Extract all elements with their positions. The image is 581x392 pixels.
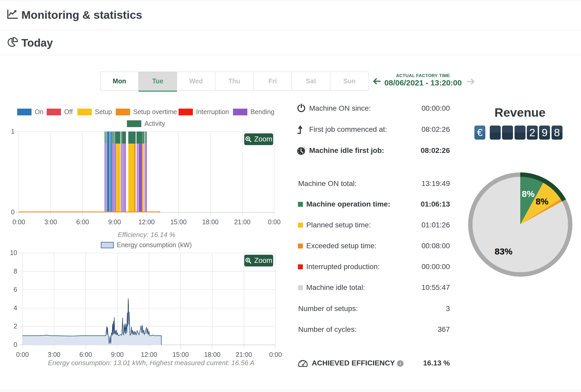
stat-value: 00:08:00	[372, 242, 450, 250]
magnifier-plus-icon	[245, 257, 252, 264]
energy-xtick-1: 3:00	[38, 351, 70, 358]
pie-label-idle: 83%	[495, 246, 512, 256]
revenue-digit-tile-3	[515, 126, 525, 140]
revenue-title: Revenue	[468, 105, 572, 120]
stat-value: 01:01:26	[372, 221, 450, 229]
stat-value: 13:19:49	[372, 179, 450, 188]
idle-clock-icon: zzz	[297, 146, 308, 157]
stat-value: 01:06:13	[372, 200, 450, 208]
revenue-digit-tile-5: 9	[539, 126, 550, 140]
energy-xtick-4: 12:00	[133, 351, 165, 358]
stat-value: 00:00:00	[372, 104, 450, 113]
energy-xtick-8: 0:00	[260, 351, 291, 358]
gauge-icon	[298, 359, 308, 368]
energy-xtick-5: 15:00	[165, 351, 196, 358]
svg-text:z: z	[305, 148, 306, 151]
stat-label: Number of setups:	[298, 304, 358, 313]
energy-xtick-7: 21:00	[228, 351, 260, 358]
time-distribution-pie: 8%8%83%	[468, 172, 572, 278]
stat-square	[298, 285, 303, 290]
energy-ytick-2: 2	[5, 322, 17, 330]
stat-value: 08:02:26	[372, 125, 450, 134]
revenue-digit-tile-4: 2	[527, 126, 538, 140]
energy-ytick-0: 0	[5, 341, 17, 349]
stat-label: Machine ON since:	[309, 104, 371, 113]
next-section-top	[0, 390, 581, 392]
first-job-icon	[297, 125, 305, 135]
revenue-digit-tile-2	[502, 126, 513, 140]
svg-text:z: z	[306, 147, 307, 150]
energy-ytick-10: 10	[5, 249, 17, 257]
stat-label: Exceeded setup time:	[306, 242, 376, 250]
pie-label-setup: 8%	[536, 196, 548, 206]
energy-zoom-button[interactable]: Zoom	[244, 255, 273, 266]
power-icon	[297, 104, 306, 114]
revenue-digit-tile-1	[490, 126, 501, 140]
stat-square	[298, 244, 303, 248]
stat-label: Interrupted production:	[306, 263, 380, 271]
monitoring-dashboard: Monitoring & statistics Today MonTueWedT…	[0, 0, 581, 392]
stat-square	[298, 264, 303, 269]
stat-square	[298, 223, 303, 228]
stat-value: 00:00:00	[372, 263, 450, 271]
stat-label: Number of cycles:	[298, 325, 357, 334]
stat-label: Planned setup time:	[306, 221, 371, 229]
revenue-currency-tile: €	[474, 126, 485, 140]
zoom-button-label: Zoom	[254, 257, 272, 265]
stat-label: Machine ON total:	[298, 179, 357, 188]
energy-xtick-2: 6:00	[70, 351, 101, 358]
stat-value: 3	[372, 304, 450, 313]
energy-caption: Energy consumption: 13.01 kWh, Highest m…	[42, 359, 261, 367]
energy-ytick-8: 8	[5, 267, 17, 275]
energy-ytick-6: 6	[5, 286, 17, 293]
energy-xtick-6: 18:00	[197, 351, 228, 358]
revenue-digit-tile-6: 8	[552, 126, 562, 140]
energy-xtick-3: 9:00	[102, 351, 133, 358]
stat-value: 08:02:26	[372, 146, 450, 155]
energy-area	[22, 298, 161, 345]
pie-label-operation: 8%	[522, 189, 535, 199]
efficiency-value: 16.13 %	[372, 359, 450, 367]
stat-square	[298, 202, 303, 207]
stat-label: Machine idle total:	[306, 283, 365, 292]
stat-value: 10:55:47	[372, 283, 450, 292]
stat-value: 367	[372, 325, 450, 334]
energy-ytick-4: 4	[5, 304, 17, 312]
energy-xtick-0: 0:00	[7, 351, 38, 358]
